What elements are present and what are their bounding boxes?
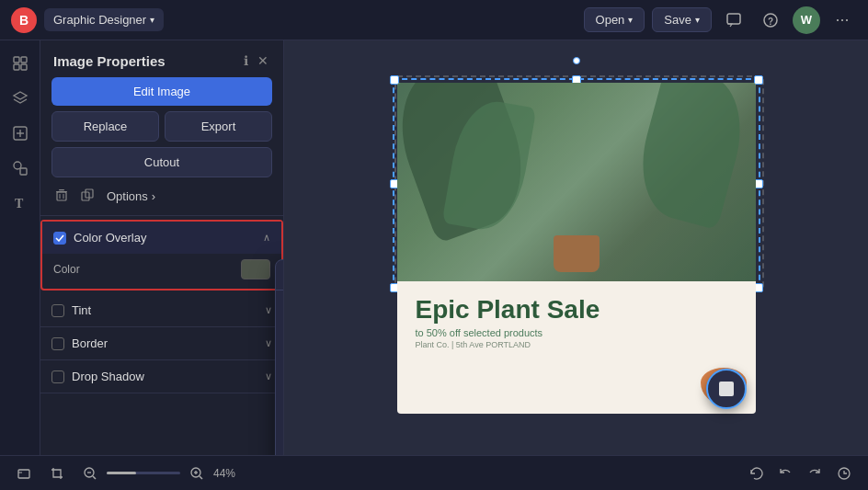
svg-rect-26 bbox=[18, 470, 29, 478]
left-panel: Image Properties ℹ ✕ Edit Image Replace … bbox=[40, 40, 284, 455]
stop-icon bbox=[719, 382, 734, 396]
design-title: Epic Plant Sale bbox=[416, 296, 737, 325]
svg-rect-0 bbox=[727, 14, 740, 24]
more-button[interactable]: ··· bbox=[828, 6, 857, 35]
border-section: Border ∨ bbox=[40, 327, 283, 360]
avatar[interactable]: W bbox=[793, 6, 820, 34]
bottom-bar: 44% bbox=[0, 455, 868, 490]
design-image bbox=[397, 83, 756, 281]
icon-bar: T bbox=[0, 40, 40, 455]
drop-shadow-header[interactable]: Drop Shadow ∨ bbox=[40, 360, 283, 393]
save-button[interactable]: Save ▾ bbox=[652, 7, 712, 32]
zoom-out-button[interactable] bbox=[77, 462, 103, 484]
picker-recent-label: Recent Colors bbox=[276, 450, 284, 455]
svg-text:T: T bbox=[15, 197, 24, 211]
edit-image-button[interactable]: Edit Image bbox=[51, 77, 272, 106]
design-card: Epic Plant Sale to 50% off selected prod… bbox=[397, 83, 756, 414]
shapes-icon[interactable] bbox=[5, 153, 36, 184]
add-element-icon[interactable] bbox=[5, 118, 36, 149]
crop-icon[interactable] bbox=[44, 462, 70, 484]
picker-tabs: Picker Library bbox=[276, 260, 284, 291]
picker-hex-row: + bbox=[276, 291, 284, 324]
replace-button[interactable]: Replace bbox=[51, 111, 159, 142]
panel-toolbar: Options › bbox=[40, 177, 283, 216]
app-name-label: Graphic Designer bbox=[53, 13, 146, 27]
svg-rect-11 bbox=[20, 168, 27, 175]
svg-rect-5 bbox=[14, 64, 19, 70]
svg-rect-14 bbox=[59, 189, 64, 190]
tint-header[interactable]: Tint ∨ bbox=[40, 294, 283, 326]
topbar: B Graphic Designer ▾ Open ▾ Save ▾ ? W ·… bbox=[0, 0, 868, 40]
app-chevron-icon: ▾ bbox=[150, 15, 154, 25]
color-row: Color bbox=[42, 254, 281, 289]
svg-rect-15 bbox=[57, 192, 66, 200]
panel-header: Image Properties ℹ ✕ bbox=[40, 40, 283, 77]
zoom-label: 44% bbox=[213, 467, 243, 480]
app-name-button[interactable]: Graphic Designer ▾ bbox=[44, 8, 164, 31]
design-subtitle: to 50% off selected products bbox=[416, 327, 737, 338]
svg-rect-4 bbox=[21, 57, 27, 63]
redo-button[interactable] bbox=[802, 462, 828, 484]
info-button[interactable]: ℹ bbox=[242, 51, 250, 70]
text-icon[interactable]: T bbox=[5, 188, 36, 219]
history2-button[interactable] bbox=[831, 462, 857, 484]
resize-icon[interactable] bbox=[11, 462, 37, 484]
picker-opacity-row: 100 bbox=[276, 436, 284, 450]
comment-button[interactable] bbox=[719, 6, 748, 35]
close-panel-button[interactable]: ✕ bbox=[256, 51, 270, 70]
color-overlay-checkbox[interactable] bbox=[53, 232, 66, 245]
grid-view-icon[interactable] bbox=[5, 48, 36, 79]
drop-shadow-section: Drop Shadow ∨ bbox=[40, 360, 283, 393]
layers-icon[interactable] bbox=[5, 83, 36, 114]
panel-title: Image Properties bbox=[53, 53, 166, 69]
border-checkbox[interactable] bbox=[51, 337, 64, 350]
svg-line-33 bbox=[200, 476, 202, 479]
history-button[interactable] bbox=[743, 462, 769, 484]
zoom-slider[interactable] bbox=[107, 472, 180, 474]
tint-section: Tint ∨ bbox=[40, 294, 283, 327]
color-overlay-section: Color Overlay ∧ Color bbox=[40, 220, 283, 291]
color-swatch[interactable] bbox=[241, 259, 270, 279]
help-button[interactable]: ? bbox=[756, 6, 785, 35]
svg-rect-6 bbox=[21, 64, 27, 70]
zoom-controls: 44% bbox=[77, 462, 243, 484]
duplicate-icon[interactable] bbox=[77, 185, 97, 208]
color-picker-popup: Picker Library bbox=[275, 259, 284, 455]
main-area: T Image Properties ℹ ✕ Edit Image Replac… bbox=[0, 40, 868, 455]
zoom-in-button[interactable] bbox=[184, 462, 210, 484]
tint-checkbox[interactable] bbox=[51, 304, 64, 317]
svg-rect-3 bbox=[14, 57, 19, 63]
panel-buttons: Edit Image Replace Export Cutout bbox=[40, 77, 283, 177]
canvas-area: Epic Plant Sale to 50% off selected prod… bbox=[284, 40, 868, 455]
bottom-right-icons bbox=[743, 462, 857, 484]
overlay-tint bbox=[397, 83, 756, 281]
color-overlay-header[interactable]: Color Overlay ∧ bbox=[42, 222, 281, 254]
undo-button[interactable] bbox=[772, 462, 798, 484]
canvas-content: Epic Plant Sale to 50% off selected prod… bbox=[379, 60, 774, 437]
svg-text:?: ? bbox=[768, 16, 773, 26]
app-logo: B bbox=[11, 7, 37, 33]
delete-icon[interactable] bbox=[51, 185, 72, 208]
border-header[interactable]: Border ∨ bbox=[40, 327, 283, 359]
svg-line-29 bbox=[93, 476, 96, 479]
design-footer: Plant Co. | 5th Ave PORTLAND bbox=[416, 340, 737, 349]
stop-button[interactable] bbox=[706, 369, 747, 409]
open-button[interactable]: Open ▾ bbox=[584, 7, 645, 32]
drop-shadow-checkbox[interactable] bbox=[51, 370, 64, 383]
export-button[interactable]: Export bbox=[165, 111, 272, 142]
design-text-area: Epic Plant Sale to 50% off selected prod… bbox=[397, 281, 756, 359]
handle-rotate[interactable] bbox=[573, 57, 580, 64]
cutout-button[interactable]: Cutout bbox=[51, 147, 272, 177]
options-button[interactable]: Options › bbox=[107, 189, 155, 203]
